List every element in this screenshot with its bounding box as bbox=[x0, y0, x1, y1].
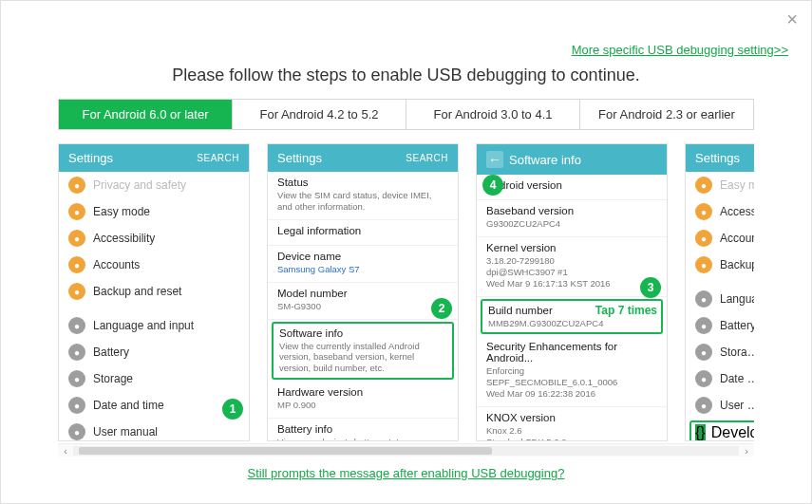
step-2-badge: 2 bbox=[431, 298, 452, 319]
list-label: Backup and reset bbox=[93, 285, 239, 298]
step-3-badge: 3 bbox=[640, 277, 661, 298]
list-item[interactable]: ●Date an bbox=[686, 365, 754, 392]
info-title: Model number bbox=[277, 288, 448, 299]
tab-android-30-41[interactable]: For Android 3.0 to 4.1 bbox=[406, 100, 580, 129]
scroll-thumb[interactable] bbox=[79, 447, 492, 455]
info-block[interactable]: StatusView the SIM card status, device I… bbox=[268, 172, 458, 220]
list-item[interactable]: ●User ma bbox=[686, 392, 754, 419]
panel3-header: ← Software info bbox=[477, 144, 667, 175]
panel1-header: Settings SEARCH bbox=[59, 144, 249, 172]
list-label: Storage bbox=[93, 372, 239, 385]
software-info-highlight[interactable]: Software info View the currently install… bbox=[272, 322, 454, 381]
setting-icon: ● bbox=[695, 370, 712, 387]
info-block[interactable]: Android version bbox=[477, 175, 667, 200]
panel2-search[interactable]: SEARCH bbox=[406, 153, 448, 163]
list-item[interactable]: ●Accoun bbox=[686, 225, 754, 252]
info-title: Battery info bbox=[277, 423, 448, 435]
info-block[interactable]: Kernel version3.18.20-7299180 dpi@SWHC39… bbox=[477, 237, 667, 297]
tab-android-42-52[interactable]: For Android 4.2 to 5.2 bbox=[233, 100, 406, 129]
scroll-left-icon[interactable]: ‹ bbox=[58, 445, 73, 457]
tab-android-23[interactable]: For Android 2.3 or earlier bbox=[580, 100, 753, 129]
list-item[interactable]: ●Langua bbox=[686, 286, 754, 312]
info-block[interactable]: Security Enhancements for Android...Enfo… bbox=[477, 336, 667, 407]
list-label: Access bbox=[720, 205, 754, 218]
setting-icon: ● bbox=[68, 203, 85, 220]
list-label: User manual bbox=[93, 425, 239, 439]
android-version-tabs: For Android 6.0 or later For Android 4.2… bbox=[58, 99, 754, 130]
panel2-title: Settings bbox=[277, 151, 322, 165]
list-item[interactable]: ●Language and input bbox=[59, 312, 249, 339]
info-title: Legal information bbox=[277, 225, 448, 236]
info-title: Kernel version bbox=[486, 242, 657, 253]
list-item[interactable]: ●Privacy and safety bbox=[59, 172, 249, 198]
close-button[interactable]: × bbox=[786, 9, 798, 30]
list-label: Backup bbox=[720, 258, 754, 271]
info-block[interactable]: Legal information bbox=[268, 220, 458, 246]
panel-software-info: ← Software info Android version Baseband… bbox=[476, 143, 668, 441]
panel4-title: Settings bbox=[695, 151, 740, 165]
info-block[interactable]: Device nameSamsung Galaxy S7 bbox=[268, 246, 458, 283]
horizontal-scrollbar[interactable]: ‹ › bbox=[58, 443, 754, 457]
list-label: Accoun bbox=[720, 232, 754, 245]
list-item[interactable]: ●Easy mode bbox=[59, 198, 249, 225]
back-icon[interactable]: ← bbox=[486, 151, 503, 168]
setting-icon: ● bbox=[695, 290, 712, 308]
developer-options-highlight[interactable]: {} Develop bbox=[689, 420, 754, 440]
list-item[interactable]: ●Battery bbox=[686, 312, 754, 339]
list-item[interactable]: ●Battery bbox=[59, 339, 249, 365]
list-item[interactable]: ●Accessibility bbox=[59, 225, 249, 252]
setting-icon: ● bbox=[68, 256, 85, 273]
info-sub: View the SIM card status, device IMEI, a… bbox=[277, 190, 448, 213]
scroll-right-icon[interactable]: › bbox=[739, 445, 754, 457]
build-number-sub: MMB29M.G9300ZCU2APC4 bbox=[488, 318, 655, 329]
info-title: KNOX version bbox=[486, 412, 657, 423]
list-label: Language and input bbox=[93, 319, 239, 332]
info-block[interactable]: Hardware versionMP 0.900 bbox=[268, 382, 458, 419]
setting-icon: ● bbox=[68, 230, 85, 247]
still-prompts-link[interactable]: Still prompts the message after enabling… bbox=[248, 466, 565, 480]
list-item[interactable]: ●Date and time bbox=[59, 392, 249, 419]
software-info-sub: View the currently installed Android ver… bbox=[279, 341, 446, 375]
list-label: Accessibility bbox=[93, 232, 239, 245]
list-label: Date an bbox=[720, 372, 754, 385]
info-title: Device name bbox=[277, 251, 448, 262]
info-title: Baseband version bbox=[486, 205, 657, 216]
software-info-title: Software info bbox=[279, 327, 446, 339]
setting-icon: ● bbox=[68, 283, 85, 300]
list-label: Privacy and safety bbox=[93, 178, 239, 192]
info-title: Status bbox=[277, 177, 448, 188]
setting-icon: ● bbox=[695, 397, 712, 414]
list-item[interactable]: ●Storage bbox=[686, 339, 754, 365]
list-item[interactable]: ●Backup and reset bbox=[59, 278, 249, 305]
list-label: Storage bbox=[720, 345, 754, 359]
list-item[interactable]: ●Storage bbox=[59, 365, 249, 392]
info-block[interactable]: KNOX versionKnox 2.6 Standard SDK 5.6.0 … bbox=[477, 407, 667, 440]
list-item[interactable]: ●Backup bbox=[686, 252, 754, 278]
list-item[interactable]: ●Accounts bbox=[59, 252, 249, 278]
setting-icon: ● bbox=[68, 344, 85, 361]
list-label: Battery bbox=[720, 319, 754, 332]
step-4-badge: 4 bbox=[482, 175, 503, 196]
scroll-track[interactable] bbox=[73, 446, 739, 456]
more-usb-settings-link[interactable]: More specific USB debugging setting>> bbox=[572, 43, 788, 57]
info-block[interactable]: Model numberSM-G9300 bbox=[268, 283, 458, 320]
info-sub: G9300ZCU2APC4 bbox=[486, 218, 657, 230]
info-sub: Samsung Galaxy S7 bbox=[277, 264, 448, 275]
setting-icon: ● bbox=[695, 203, 712, 220]
list-item[interactable]: ●Easy m bbox=[686, 172, 754, 198]
step-1-badge: 1 bbox=[222, 399, 243, 420]
list-item[interactable]: ●Access bbox=[686, 198, 754, 225]
setting-icon: ● bbox=[695, 344, 712, 361]
list-item[interactable]: ●User manual bbox=[59, 419, 249, 440]
list-label: User ma bbox=[720, 399, 754, 412]
info-block[interactable]: Battery infoView your device's battery s… bbox=[268, 419, 458, 440]
panel1-search[interactable]: SEARCH bbox=[197, 153, 239, 163]
panel1-title: Settings bbox=[68, 151, 113, 165]
info-sub: MP 0.900 bbox=[277, 400, 448, 411]
info-block[interactable]: Baseband versionG9300ZCU2APC4 bbox=[477, 200, 667, 237]
tab-android-6[interactable]: For Android 6.0 or later bbox=[59, 100, 233, 129]
info-title: Security Enhancements for Android... bbox=[486, 341, 657, 364]
info-title: Hardware version bbox=[277, 386, 448, 398]
dev-icon: {} bbox=[695, 424, 706, 440]
setting-icon: ● bbox=[68, 397, 85, 414]
